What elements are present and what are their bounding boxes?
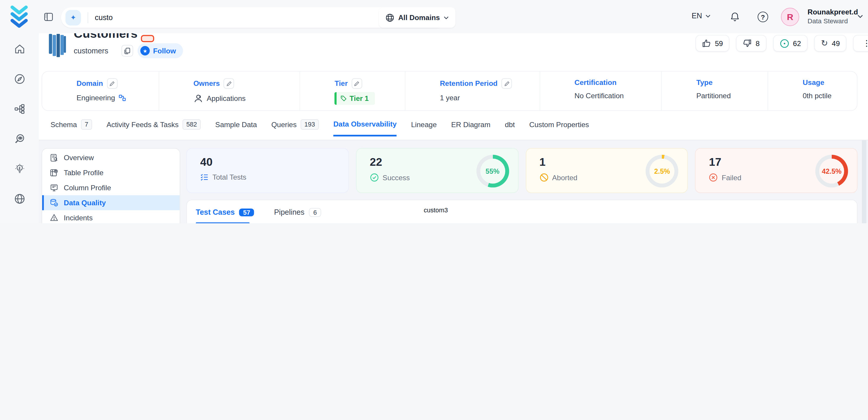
user-avatar[interactable]: R [781,8,799,26]
overview-icon [50,154,58,162]
table-entity-icon [49,34,66,57]
sidebar-label: Column Profile [64,183,111,192]
tier-chip[interactable]: Tier 1 [335,92,375,105]
follow-button[interactable]: ★ Follow [137,43,183,58]
search-input[interactable] [95,13,398,22]
lineage-sitemap-icon[interactable] [13,103,25,115]
tab-sample-data[interactable]: Sample Data [215,119,257,136]
certification-label: Certification [575,78,617,86]
tab-dbt[interactable]: dbt [505,119,515,136]
sidebar-toggle-icon[interactable] [44,12,53,22]
tab-lineage[interactable]: Lineage [411,119,437,136]
queries-count: 193 [301,119,319,130]
upvote-count: 59 [715,39,723,48]
metadata-owners: Owners Applications [158,72,300,111]
app-logo[interactable] [9,6,30,28]
metadata-type: Type Partitioned [661,72,768,111]
active-tab-underline [196,222,250,223]
slash-circle-icon [539,173,548,182]
watch-icon [779,39,789,48]
sidebar-label: Data Quality [64,199,106,207]
copy-icon[interactable] [122,45,133,56]
failed-ring: 42.5% [815,155,848,187]
retention-value: 1 year [440,94,460,102]
usage-label: Usage [803,78,824,86]
edit-owners-icon[interactable] [224,78,235,89]
watchers-button[interactable]: 62 [773,35,808,51]
divider [88,12,88,23]
sidebar-item-incidents[interactable]: Incidents [42,210,180,223]
sidebar-item-overview[interactable]: Overview [42,150,180,166]
ai-sparkle-icon[interactable]: ✦ [65,10,81,25]
test-cases-count: 57 [239,208,254,216]
home-icon[interactable] [13,43,25,55]
explore-compass-icon[interactable] [13,73,25,85]
globe-icon [385,13,394,22]
owners-value[interactable]: Applications [207,94,246,102]
domains-globe-icon[interactable] [13,193,25,204]
tab-activity-feeds[interactable]: Activity Feeds & Tasks582 [106,119,201,136]
total-tests-label: Total Tests [212,173,246,181]
notifications-bell-icon[interactable] [730,11,740,22]
edit-domain-icon[interactable] [107,78,117,89]
tab-data-observability[interactable]: Data Observability [333,119,397,136]
insights-bulb-icon[interactable] [13,163,25,175]
upvote-button[interactable]: 59 [695,35,730,51]
domains-filter-button[interactable]: All Domains [379,7,455,28]
total-tests-value: 40 [200,156,348,169]
chevron-down-icon [706,14,711,18]
chevron-down-icon [444,16,449,19]
profiler-side-menu: Overview Table Profile Column Profile Da… [41,148,180,223]
retention-label: Retention Period [440,79,498,88]
success-ring: 55% [476,155,509,187]
deprecated-badge-icon [141,35,154,42]
activity-count: 582 [183,119,201,130]
checklist-icon [200,173,209,181]
success-card: 22 Success 55% [356,148,519,193]
incidents-icon [50,214,58,222]
aborted-ring: 2.5% [646,155,678,187]
versions-button[interactable]: ↻ 49 [814,35,846,51]
thumbs-up-icon [702,39,711,48]
downvote-button[interactable]: 8 [736,35,766,51]
tag-icon [341,95,347,101]
domain-label: Domain [77,79,103,88]
certification-value: No Certification [575,91,624,100]
domain-icon [119,94,126,101]
language-value: EN [692,11,702,20]
failed-label: Failed [722,173,741,182]
tab-pipelines[interactable]: Pipelines 6 [274,208,321,216]
thumbs-down-icon [743,39,752,48]
type-value: Partitioned [696,91,731,100]
tab-queries[interactable]: Queries193 [271,119,319,136]
app-root: Customers customers ★ Follow 59 8 62 ↻ [0,0,868,223]
versions-count: 49 [832,39,840,48]
top-navigation-bar: ✦ All All Domains EN ? R Rounak [0,0,868,33]
user-menu-chevron-icon[interactable] [857,14,863,18]
edit-tier-icon[interactable] [351,78,362,89]
team-icon [193,94,203,103]
sidebar-item-column-profile[interactable]: Column Profile [42,180,180,195]
test-cases-panel: Test Cases 57 Pipelines 6 custom3 (UTC+0… [186,200,857,223]
domains-filter-label: All Domains [398,13,440,22]
domain-value[interactable]: Engineering [77,94,115,102]
owners-label: Owners [193,79,220,88]
tab-test-cases[interactable]: Test Cases 57 [196,208,254,216]
tab-schema[interactable]: Schema7 [51,119,92,136]
entity-stats: 59 8 62 ↻ 49 ⋮ [695,35,868,51]
sidebar-label: Incidents [64,214,93,222]
column-profile-icon [50,183,58,192]
sidebar-item-table-profile[interactable]: Table Profile [42,165,180,180]
help-icon[interactable]: ? [758,11,768,22]
sidebar-item-data-quality[interactable]: Data Quality [42,195,180,210]
schema-count: 7 [81,119,92,130]
edit-retention-icon[interactable] [501,78,512,89]
user-menu[interactable]: Rounakpreet.d Data Steward [808,7,858,26]
more-actions-button[interactable]: ⋮ [853,35,868,51]
star-icon: ★ [141,46,150,55]
table-profile-icon [50,169,58,177]
discovery-search-icon[interactable] [13,133,25,145]
tab-custom-properties[interactable]: Custom Properties [529,119,589,136]
tab-er-diagram[interactable]: ER Diagram [451,119,491,136]
language-selector[interactable]: EN [692,11,710,20]
